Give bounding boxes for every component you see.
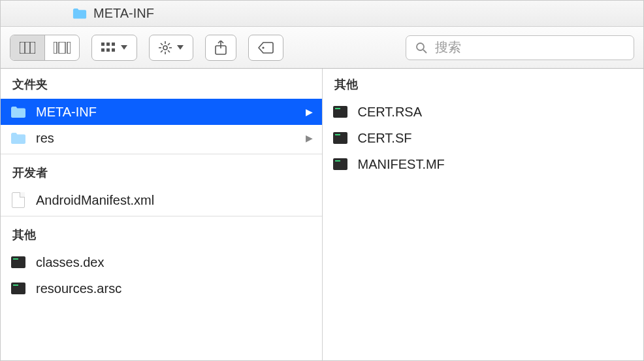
search-field[interactable] <box>406 35 634 60</box>
folder-icon <box>72 8 87 20</box>
search-input[interactable] <box>434 39 624 56</box>
divider <box>1 216 322 216</box>
column-right: 其他 CERT.RSA CERT.SF MANIFEST.MF <box>323 69 644 360</box>
terminal-file-icon <box>332 106 349 118</box>
terminal-file-icon <box>10 256 27 268</box>
svg-line-20 <box>168 43 170 45</box>
arrange-icon <box>101 43 116 53</box>
file-row-androidmanifest[interactable]: AndroidManifest.xml <box>1 187 322 213</box>
section-header: 其他 <box>1 219 322 249</box>
section-header: 开发者 <box>1 157 322 187</box>
view-gallery-button[interactable] <box>45 35 79 60</box>
svg-rect-5 <box>67 42 71 54</box>
gear-icon <box>159 41 172 54</box>
row-label: res <box>36 131 54 146</box>
columns-view-icon <box>20 42 35 54</box>
svg-rect-4 <box>59 42 65 54</box>
row-label: resources.arsc <box>36 281 121 296</box>
row-label: CERT.SF <box>358 131 412 146</box>
finder-window: META-INF <box>0 0 644 361</box>
svg-point-23 <box>262 46 264 48</box>
svg-line-17 <box>161 43 163 45</box>
document-icon <box>10 192 27 208</box>
terminal-file-icon <box>332 158 349 170</box>
file-row-manifest-mf[interactable]: MANIFEST.MF <box>323 151 644 177</box>
divider <box>1 154 322 154</box>
section-header: 文件夹 <box>1 69 322 99</box>
tags-button[interactable] <box>248 35 283 61</box>
share-icon <box>215 41 227 55</box>
action-button[interactable] <box>149 35 193 61</box>
folder-row-res[interactable]: res ▶ <box>1 125 322 151</box>
row-label: META-INF <box>36 105 97 120</box>
svg-rect-9 <box>101 48 105 52</box>
svg-line-18 <box>168 50 170 52</box>
titlebar: META-INF <box>1 1 643 27</box>
row-label: MANIFEST.MF <box>358 157 445 172</box>
folder-icon <box>10 106 27 118</box>
chevron-right-icon: ▶ <box>306 107 313 117</box>
chevron-right-icon: ▶ <box>306 133 313 143</box>
file-row-cert-rsa[interactable]: CERT.RSA <box>323 99 644 125</box>
finder-body: 文件夹 META-INF ▶ res ▶ 开发者 AndroidMa <box>1 69 643 360</box>
svg-point-24 <box>417 43 424 50</box>
folder-icon <box>10 132 27 145</box>
chevron-down-icon <box>121 45 127 50</box>
gallery-view-icon <box>54 42 71 54</box>
svg-rect-10 <box>106 48 110 52</box>
file-row-cert-sf[interactable]: CERT.SF <box>323 125 644 151</box>
window-title: META-INF <box>93 6 154 21</box>
svg-rect-6 <box>101 43 105 46</box>
file-row-classes-dex[interactable]: classes.dex <box>1 249 322 275</box>
view-mode-segment <box>10 35 80 61</box>
arrange-button[interactable] <box>91 35 137 61</box>
svg-point-12 <box>163 46 167 50</box>
svg-line-19 <box>161 50 163 52</box>
file-row-resources-arsc[interactable]: resources.arsc <box>1 275 322 301</box>
svg-rect-8 <box>112 43 115 46</box>
chevron-down-icon <box>177 45 184 50</box>
svg-rect-11 <box>112 48 115 52</box>
svg-rect-7 <box>106 43 110 46</box>
terminal-file-icon <box>10 283 27 294</box>
column-left: 文件夹 META-INF ▶ res ▶ 开发者 AndroidMa <box>1 69 323 360</box>
view-columns-button[interactable] <box>10 35 45 60</box>
row-label: CERT.RSA <box>358 105 423 120</box>
toolbar <box>1 27 643 69</box>
row-label: AndroidManifest.xml <box>36 193 154 208</box>
terminal-file-icon <box>332 132 349 144</box>
row-label: classes.dex <box>36 255 105 270</box>
share-button[interactable] <box>205 35 236 61</box>
folder-row-meta-inf[interactable]: META-INF ▶ <box>1 99 322 125</box>
tags-icon <box>258 42 274 54</box>
search-icon <box>415 42 427 54</box>
svg-rect-0 <box>20 42 35 54</box>
section-header: 其他 <box>323 69 644 99</box>
svg-rect-3 <box>54 42 57 54</box>
svg-line-25 <box>423 50 427 53</box>
